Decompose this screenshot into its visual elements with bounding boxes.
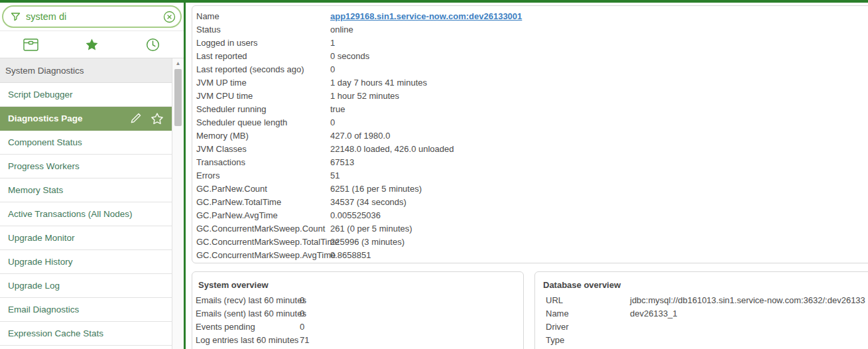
stat-value: 0.005525036 xyxy=(330,209,381,222)
stat-value: 6251 (16 per 5 minutes) xyxy=(330,182,422,196)
scroll-up-arrow-icon[interactable]: ▲ xyxy=(172,58,184,68)
stat-value: 1 day 7 hours 41 minutes xyxy=(330,76,427,90)
nav-item-label: Script Debugger xyxy=(8,90,73,100)
stat-label: JVM Classes xyxy=(196,143,330,156)
sidebar-nav-item[interactable]: Script Debugger xyxy=(0,83,172,107)
sidebar-nav-item[interactable]: Progress Workers xyxy=(0,155,172,178)
stat-row: Transactions 67513 xyxy=(196,156,868,169)
stat-value: 0 xyxy=(330,116,335,129)
stat-row: GC.ParNew.TotalTime 34537 (34 seconds) xyxy=(196,196,868,209)
tab-favorites[interactable] xyxy=(61,38,122,52)
stat-value: 22148.0 loaded, 426.0 unloaded xyxy=(330,143,454,156)
nav-item-label: Component Status xyxy=(8,137,82,147)
nav-filter-input[interactable] xyxy=(26,11,163,22)
stat-label: Scheduler running xyxy=(196,103,330,116)
overview-label: Emails (sent) last 60 minutes xyxy=(196,307,300,320)
nav-item-label: Progress Workers xyxy=(8,161,80,171)
overview-value: 0 xyxy=(300,320,304,334)
stat-label: JVM UP time xyxy=(196,76,330,90)
nav-item-label: Memory Stats xyxy=(8,185,63,195)
stat-label: GC.ConcurrentMarkSweep.Count xyxy=(196,222,330,236)
overview-label: Driver xyxy=(546,320,630,334)
stat-row: JVM Classes 22148.0 loaded, 426.0 unload… xyxy=(196,143,868,156)
database-overview-panel: Database overview URL jdbc:mysql://db161… xyxy=(534,271,868,349)
stat-value: app129168.sin1.service-now.com:dev261330… xyxy=(330,10,522,23)
overview-value: 0 xyxy=(300,294,304,307)
tab-history[interactable] xyxy=(123,38,184,52)
stat-value: 0 xyxy=(330,63,335,76)
stat-row: JVM UP time 1 day 7 hours 41 minutes xyxy=(196,76,868,90)
database-overview-table: URL jdbc:mysql://db161013.sin1.service-n… xyxy=(535,294,868,347)
overview-value: 0 xyxy=(300,307,304,320)
sidebar-nav-item[interactable]: Upgrade Monitor xyxy=(0,226,172,250)
nav-item-label: Diagnostics Page xyxy=(8,113,83,123)
stat-value: 67513 xyxy=(330,156,354,169)
stat-row: Last reported 0 seconds xyxy=(196,50,868,63)
nav-section-header: System Diagnostics xyxy=(0,58,172,83)
stat-row: GC.ParNew.AvgTime 0.005525036 xyxy=(196,209,868,222)
sidebar-nav-item[interactable]: Memory Stats xyxy=(0,178,172,202)
sidebar-nav-item[interactable]: Diagnostics Page xyxy=(0,107,172,131)
clock-icon xyxy=(146,38,160,52)
stat-value: 0.8658851 xyxy=(330,249,371,262)
overview-row: Emails (recv) last 60 minutes 0 xyxy=(196,294,523,307)
stat-value: online xyxy=(330,23,353,36)
stat-label: Scheduler queue length xyxy=(196,116,330,129)
stat-label: JVM CPU time xyxy=(196,90,330,103)
stat-row: JVM CPU time 1 hour 52 minutes xyxy=(196,90,868,103)
sidebar-nav-item[interactable]: Upgrade Log xyxy=(0,274,172,298)
sidebar-nav-item[interactable]: Upgrade History xyxy=(0,250,172,274)
overview-row: Driver xyxy=(546,320,868,334)
nav-filter-row xyxy=(0,3,184,31)
stat-label: Name xyxy=(196,10,330,23)
stat-row: GC.ConcurrentMarkSweep.Count 261 (0 per … xyxy=(196,222,868,236)
stat-value: 427.0 of 1980.0 xyxy=(330,129,390,143)
overview-row: Emails (sent) last 60 minutes 0 xyxy=(196,307,523,320)
clear-filter-button[interactable] xyxy=(163,11,176,23)
star-outline-icon[interactable] xyxy=(151,112,164,125)
stat-label: GC.ParNew.Count xyxy=(196,182,330,196)
nav-filter-box[interactable] xyxy=(2,5,182,28)
nav-item-label: Upgrade Log xyxy=(8,281,60,291)
sidebar-nav-item[interactable]: Expression Cache Stats xyxy=(0,322,172,346)
stat-label: Memory (MB) xyxy=(196,129,330,143)
nav-item-label: Expression Cache Stats xyxy=(8,328,103,338)
overview-label: Name xyxy=(546,307,630,320)
nav-list: Script Debugger Diagnostics Page xyxy=(0,83,172,346)
stat-row: Logged in users 1 xyxy=(196,36,868,50)
sidebar-nav-item[interactable]: Active Transactions (All Nodes) xyxy=(0,202,172,226)
stat-row: Memory (MB) 427.0 of 1980.0 xyxy=(196,129,868,143)
filter-funnel-icon xyxy=(10,11,21,23)
stat-row: GC.ConcurrentMarkSweep.TotalTime 225996 … xyxy=(196,236,868,249)
overview-label: URL xyxy=(546,294,630,307)
application-window: System Diagnostics Script Debugger xyxy=(0,0,868,349)
system-overview-title: System overview xyxy=(192,272,523,294)
stat-label: GC.ConcurrentMarkSweep.TotalTime xyxy=(196,236,330,249)
nav-item-actions xyxy=(129,112,164,125)
applications-box-icon xyxy=(23,38,38,51)
edit-pencil-icon[interactable] xyxy=(129,112,142,125)
stat-value: 225996 (3 minutes) xyxy=(330,236,404,249)
overview-row: Log entries last 60 minutes 71 xyxy=(196,334,523,347)
stat-label: GC.ConcurrentMarkSweep.AvgTime xyxy=(196,249,330,262)
overview-row: Type xyxy=(546,334,868,347)
sidebar-nav-item[interactable]: Email Diagnostics xyxy=(0,298,172,322)
nav-content-divider[interactable] xyxy=(184,0,186,349)
scrollbar-thumb[interactable] xyxy=(174,69,182,126)
nav-item-label: Upgrade Monitor xyxy=(8,233,75,243)
stat-value: true xyxy=(330,103,345,116)
sidebar-scrollbar[interactable]: ▲ xyxy=(172,58,184,349)
stat-row: GC.ParNew.Count 6251 (16 per 5 minutes) xyxy=(196,182,868,196)
overview-row: Name dev26133_1 xyxy=(546,307,868,320)
stat-row: Scheduler running true xyxy=(196,103,868,116)
stat-row: Name app129168.sin1.service-now.com:dev2… xyxy=(196,10,868,23)
stat-row: Errors 51 xyxy=(196,169,868,182)
stat-label: Errors xyxy=(196,169,330,182)
stat-value: 1 hour 52 minutes xyxy=(330,90,399,103)
nav-section-title: System Diagnostics xyxy=(5,66,84,76)
database-overview-title: Database overview xyxy=(535,272,868,294)
overview-value: 71 xyxy=(300,334,309,347)
top-accent-bar xyxy=(0,0,868,3)
tab-all-applications[interactable] xyxy=(0,38,61,51)
sidebar-nav-item[interactable]: Component Status xyxy=(0,131,172,155)
